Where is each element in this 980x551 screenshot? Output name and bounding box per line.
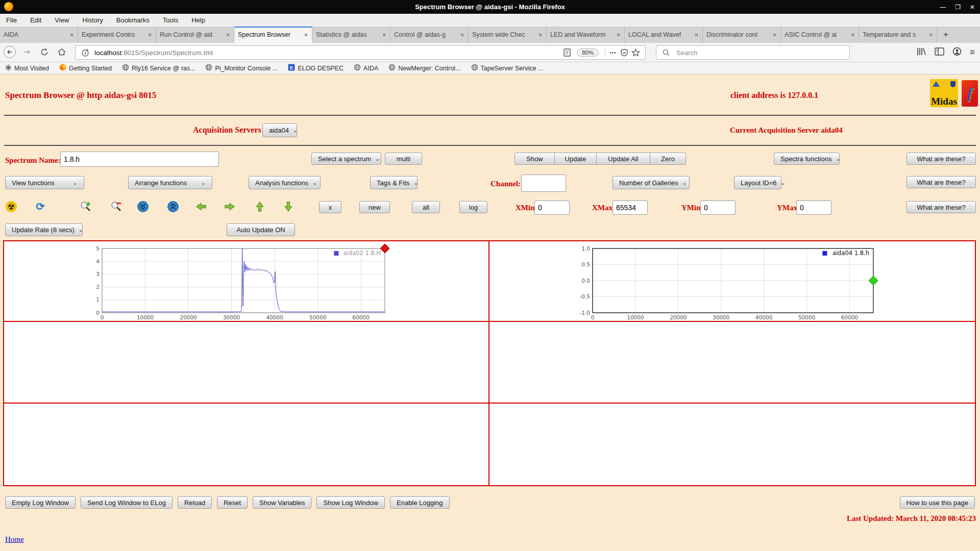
arrange-functions-dropdown[interactable]: Arrange functions⌄ [128, 176, 212, 189]
new-button[interactable]: new [359, 201, 390, 213]
bookmark-most-visited[interactable]: Most Visited [5, 64, 49, 72]
tab-led-and-waveform[interactable]: LED and Waveform✕ [547, 27, 625, 43]
bookmark-star-icon[interactable] [630, 48, 641, 57]
menu-tools[interactable]: Tools [163, 16, 178, 24]
reload-button[interactable] [38, 45, 51, 59]
zero-button[interactable]: Zero [650, 153, 686, 165]
tab-close-icon[interactable]: ✕ [538, 32, 543, 38]
tab-aida[interactable]: AIDA✕ [0, 27, 78, 43]
tab-control-aidas-g[interactable]: Control @ aidas-g✕ [390, 27, 469, 43]
multi-button[interactable]: multi [385, 153, 422, 165]
tags-fits-dropdown[interactable]: Tags & Fits⌄ [370, 176, 418, 189]
show-button[interactable]: Show [514, 153, 555, 165]
menu-hamburger-icon[interactable]: ≡ [970, 47, 975, 58]
pocket-shield-icon[interactable] [619, 48, 630, 57]
tab-close-icon[interactable]: ✕ [70, 32, 74, 38]
all-button[interactable]: all [412, 201, 440, 213]
reader-mode-icon[interactable] [561, 48, 573, 57]
tab-close-icon[interactable]: ✕ [304, 32, 308, 38]
arrow-down-icon[interactable] [282, 201, 295, 213]
channel-input[interactable] [521, 174, 566, 192]
back-button[interactable] [3, 45, 16, 59]
enable-logging-button[interactable]: Enable Logging [390, 496, 449, 509]
midas-logo[interactable]: Midas [930, 79, 958, 107]
refresh-icon[interactable]: ⟳ [34, 201, 46, 213]
empty-log-window-button[interactable]: Empty Log Window [5, 496, 76, 509]
tab-spectrum-browser[interactable]: Spectrum Browser✕ [234, 27, 312, 43]
gallery-cell-3[interactable] [489, 322, 975, 404]
tab-statistics-aidas[interactable]: Statistics @ aidas✕ [312, 27, 390, 43]
bookmark-pi-monitor-console-[interactable]: Pi_Monitor Console ... [205, 64, 278, 72]
tab-asic-control-ai[interactable]: ASIC Control @ ai✕ [781, 27, 859, 43]
tab-close-icon[interactable]: ✕ [617, 32, 621, 38]
spectrum-chart-aida04-1-8-h[interactable]: -1.0-0.50.00.51.001000020000300004000050… [572, 245, 878, 325]
tab-run-control-aid[interactable]: Run Control @ aid✕ [156, 27, 234, 43]
update-button[interactable]: Update [554, 153, 597, 165]
tab-local-and-wavef[interactable]: LOCAL and Wavef✕ [625, 27, 703, 43]
close-icon[interactable]: ✕ [970, 4, 975, 11]
search-bar[interactable] [656, 45, 850, 60]
ymax-input[interactable] [796, 201, 831, 215]
menu-view[interactable]: View [55, 16, 69, 24]
zoom-out-icon[interactable] [110, 201, 122, 213]
menu-history[interactable]: History [82, 16, 103, 24]
layout-id-dropdown[interactable]: Layout ID=6⌄ [734, 176, 781, 189]
tab-experiment-contro[interactable]: Experiment Contro✕ [78, 27, 156, 43]
tab-close-icon[interactable]: ✕ [851, 32, 855, 38]
spectra-functions-dropdown[interactable]: Spectra functions⌄ [774, 153, 840, 165]
select-spectrum-dropdown[interactable]: Select a spectrum⌄ [311, 153, 381, 165]
reset-button[interactable]: Reset [217, 496, 248, 509]
tab-system-wide-chec[interactable]: System wide Chec✕ [469, 27, 547, 43]
bookmark-newmerger-control-[interactable]: NewMerger: Control... [388, 64, 460, 72]
how-to-use-button[interactable]: How to use this page [900, 496, 975, 509]
xmin-input[interactable] [534, 201, 570, 215]
tab-close-icon[interactable]: ✕ [460, 32, 464, 38]
gallery-cell-2[interactable] [4, 322, 489, 404]
view-functions-dropdown[interactable]: View functions⌄ [5, 176, 84, 189]
site-info-icon[interactable] [80, 48, 91, 57]
arrow-up-icon[interactable] [254, 201, 266, 213]
x-button[interactable]: x [319, 201, 341, 213]
update-rate-dropdown[interactable]: Update Rate (8 secs)⌄ [5, 223, 83, 236]
reload-button[interactable]: Reload [178, 496, 212, 509]
tab-close-icon[interactable]: ✕ [148, 32, 152, 38]
url-text[interactable]: localhost:8015/Spectrum/Spectrum.tml [94, 49, 561, 57]
gallery-cell-5[interactable] [489, 404, 975, 485]
update-all-button[interactable]: Update All [596, 153, 650, 165]
sidebar-icon[interactable] [935, 47, 944, 58]
log-button[interactable]: log [459, 201, 487, 213]
zoom-in-icon[interactable] [80, 201, 92, 213]
maximize-icon[interactable]: ❐ [955, 4, 961, 11]
arrow-left-icon[interactable] [195, 201, 207, 213]
tab-close-icon[interactable]: ✕ [929, 32, 933, 38]
menu-help[interactable]: Help [191, 16, 205, 24]
menu-bookmarks[interactable]: Bookmarks [116, 16, 150, 24]
ymin-input[interactable] [700, 201, 736, 215]
auto-update-button[interactable]: Auto Update ON [227, 223, 295, 236]
analysis-functions-dropdown[interactable]: Analysis functions⌄ [249, 176, 321, 189]
gallery-cell-1[interactable]: -1.0-0.50.00.51.001000020000300004000050… [489, 241, 975, 322]
home-button[interactable] [55, 45, 68, 59]
fair-logo[interactable]: f [962, 80, 978, 107]
menu-file[interactable]: File [6, 16, 17, 24]
bookmark-elog-despec[interactable]: EELOG DESPEC [288, 64, 344, 72]
home-link[interactable]: Home [5, 535, 24, 544]
show-log-window-button[interactable]: Show Log Window [316, 496, 385, 509]
show-variables-button[interactable]: Show Variables [253, 496, 311, 509]
what-are-these-button-3[interactable]: What are these? [906, 201, 976, 213]
radioactive-icon[interactable]: ☢ [5, 201, 17, 213]
arrow-right-icon[interactable] [224, 201, 236, 213]
library-icon[interactable] [916, 47, 926, 58]
number-of-galleries-dropdown[interactable]: Number of Galleries⌄ [612, 176, 690, 189]
tab-close-icon[interactable]: ✕ [226, 32, 230, 38]
minimize-icon[interactable]: — [940, 4, 946, 11]
search-input[interactable] [675, 48, 845, 57]
menu-edit[interactable]: Edit [30, 16, 41, 24]
page-actions-icon[interactable]: ••• [607, 50, 619, 56]
tab-close-icon[interactable]: ✕ [382, 32, 386, 38]
bookmark-getting-started[interactable]: Getting Started [59, 64, 112, 72]
what-are-these-button-1[interactable]: What are these? [906, 153, 976, 165]
compress-y-icon[interactable] [137, 201, 149, 213]
xmax-input[interactable] [612, 201, 648, 215]
spectrum-name-input[interactable] [60, 152, 219, 167]
